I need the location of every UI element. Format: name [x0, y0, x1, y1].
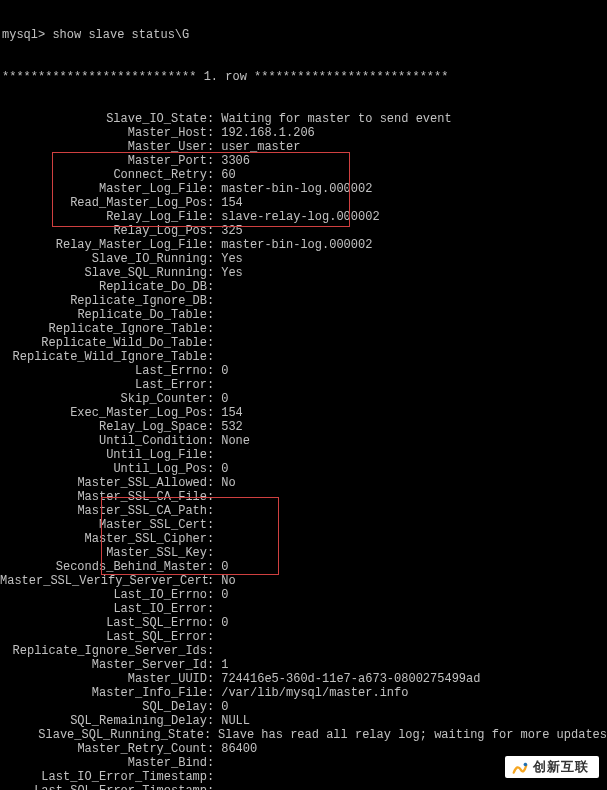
status-label: Until_Condition	[0, 434, 207, 448]
status-label: Master_SSL_Allowed	[0, 476, 207, 490]
status-value: master-bin-log.000002	[214, 238, 607, 252]
status-value: 154	[214, 196, 607, 210]
status-row: Slave_SQL_Running_State: Slave has read …	[0, 728, 607, 742]
status-row: Slave_IO_State: Waiting for master to se…	[0, 112, 607, 126]
status-label: Relay_Log_File	[0, 210, 207, 224]
status-label: Replicate_Do_Table	[0, 308, 207, 322]
colon-separator: :	[207, 322, 214, 336]
status-value: No	[214, 476, 607, 490]
status-row: Master_Server_Id: 1	[0, 658, 607, 672]
status-label: Relay_Master_Log_File	[0, 238, 207, 252]
status-value: user_master	[214, 140, 607, 154]
status-value	[214, 504, 607, 518]
status-value	[214, 490, 607, 504]
status-label: Replicate_Ignore_DB	[0, 294, 207, 308]
colon-separator: :	[207, 574, 214, 588]
status-label: SQL_Remaining_Delay	[0, 714, 207, 728]
colon-separator: :	[207, 266, 214, 280]
status-row: Relay_Master_Log_File: master-bin-log.00…	[0, 238, 607, 252]
status-row: Master_SSL_Allowed: No	[0, 476, 607, 490]
status-label: Master_SSL_CA_File	[0, 490, 207, 504]
status-value: Yes	[214, 266, 607, 280]
status-label: Master_User	[0, 140, 207, 154]
status-row: Connect_Retry: 60	[0, 168, 607, 182]
status-value: /var/lib/mysql/master.info	[214, 686, 607, 700]
colon-separator: :	[207, 644, 214, 658]
mysql-prompt-line: mysql> show slave status\G	[0, 28, 607, 42]
status-row: Replicate_Wild_Do_Table:	[0, 336, 607, 350]
colon-separator: :	[207, 140, 214, 154]
status-label: Last_SQL_Errno	[0, 616, 207, 630]
status-row: Exec_Master_Log_Pos: 154	[0, 406, 607, 420]
status-value: None	[214, 434, 607, 448]
status-label: Read_Master_Log_Pos	[0, 196, 207, 210]
status-value	[214, 532, 607, 546]
colon-separator: :	[207, 420, 214, 434]
colon-separator: :	[207, 784, 214, 790]
status-row: Last_SQL_Error_Timestamp:	[0, 784, 607, 790]
colon-separator: :	[207, 672, 214, 686]
colon-separator: :	[207, 756, 214, 770]
status-label: Replicate_Do_DB	[0, 280, 207, 294]
status-value	[214, 336, 607, 350]
status-row: Master_Retry_Count: 86400	[0, 742, 607, 756]
colon-separator: :	[207, 168, 214, 182]
colon-separator: :	[207, 602, 214, 616]
status-label: Master_Info_File	[0, 686, 207, 700]
colon-separator: :	[207, 406, 214, 420]
colon-separator: :	[207, 560, 214, 574]
status-label: Master_SSL_CA_Path	[0, 504, 207, 518]
colon-separator: :	[207, 392, 214, 406]
status-label: Relay_Log_Space	[0, 420, 207, 434]
status-value: 60	[214, 168, 607, 182]
status-label: Slave_SQL_Running	[0, 266, 207, 280]
status-label: Skip_Counter	[0, 392, 207, 406]
status-row: Master_SSL_Key:	[0, 546, 607, 560]
status-label: Exec_Master_Log_Pos	[0, 406, 207, 420]
colon-separator: :	[207, 210, 214, 224]
colon-separator: :	[207, 630, 214, 644]
status-row: Last_Errno: 0	[0, 364, 607, 378]
status-row: Replicate_Ignore_DB:	[0, 294, 607, 308]
colon-separator: :	[207, 532, 214, 546]
status-value: 0	[214, 462, 607, 476]
status-row: Master_SSL_Cert:	[0, 518, 607, 532]
status-value: 0	[214, 616, 607, 630]
status-value: Waiting for master to send event	[214, 112, 607, 126]
watermark-logo-icon	[511, 760, 529, 778]
status-row: Replicate_Do_DB:	[0, 280, 607, 294]
status-row: Master_User: user_master	[0, 140, 607, 154]
status-row: Last_SQL_Error:	[0, 630, 607, 644]
colon-separator: :	[207, 196, 214, 210]
status-label: Last_Errno	[0, 364, 207, 378]
status-value	[214, 630, 607, 644]
colon-separator: :	[207, 658, 214, 672]
status-row: Master_Log_File: master-bin-log.000002	[0, 182, 607, 196]
status-row: Replicate_Do_Table:	[0, 308, 607, 322]
status-label: Slave_IO_Running	[0, 252, 207, 266]
status-label: Master_UUID	[0, 672, 207, 686]
status-value	[214, 308, 607, 322]
status-row: Replicate_Ignore_Server_Ids:	[0, 644, 607, 658]
colon-separator: :	[207, 308, 214, 322]
status-label: Master_Port	[0, 154, 207, 168]
status-value: 0	[214, 700, 607, 714]
colon-separator: :	[207, 490, 214, 504]
status-value: master-bin-log.000002	[214, 182, 607, 196]
colon-separator: :	[207, 588, 214, 602]
watermark-text: 创新互联	[533, 759, 589, 774]
status-value: Yes	[214, 252, 607, 266]
status-label: Seconds_Behind_Master	[0, 560, 207, 574]
status-label: Replicate_Wild_Do_Table	[0, 336, 207, 350]
status-row: Slave_SQL_Running: Yes	[0, 266, 607, 280]
status-row: Replicate_Ignore_Table:	[0, 322, 607, 336]
status-label: Master_Host	[0, 126, 207, 140]
status-row: Last_IO_Errno: 0	[0, 588, 607, 602]
status-value	[214, 322, 607, 336]
colon-separator: :	[207, 294, 214, 308]
status-label: Replicate_Ignore_Table	[0, 322, 207, 336]
colon-separator: :	[207, 448, 214, 462]
status-row: Replicate_Wild_Ignore_Table:	[0, 350, 607, 364]
colon-separator: :	[207, 182, 214, 196]
status-value	[214, 546, 607, 560]
